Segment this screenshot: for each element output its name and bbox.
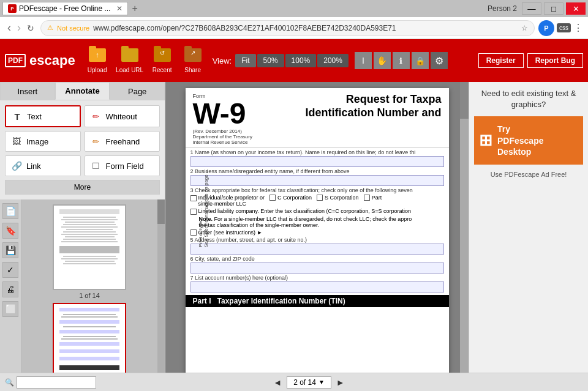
register-button[interactable]: Register	[478, 53, 524, 68]
tab-close-icon[interactable]: ✕	[116, 4, 123, 13]
side-icon-1[interactable]: 📄	[2, 203, 18, 219]
thumbnail-image-1	[53, 204, 126, 290]
url-bar[interactable]: ⚠ Not secure www.pdfescape.com/open/?C27…	[40, 20, 535, 36]
hand-tool-button[interactable]: ✋	[374, 52, 391, 69]
other-row: Other (see instructions) ►	[190, 229, 444, 236]
person-label: Person 2	[488, 4, 517, 13]
checkbox-llc	[190, 209, 197, 215]
bookmark-star-icon[interactable]: ☆	[521, 24, 528, 32]
freehand-tool-button[interactable]: ✏ Freehand	[85, 131, 160, 152]
logo-text: escape	[29, 53, 75, 69]
search-area: 🔍	[5, 376, 96, 389]
prev-page-button[interactable]: ◄	[273, 378, 282, 387]
link-tool-button[interactable]: 🔗 Link	[5, 155, 81, 176]
annotate-tools: T Text ✏ Whiteout 🖼 Image ✏ Freehand 🔗 L…	[0, 100, 165, 199]
zoom-100-button[interactable]: 100%	[285, 54, 317, 67]
side-icon-3[interactable]: 💾	[2, 242, 18, 258]
load-url-button[interactable]: Load URL	[115, 48, 145, 73]
field3-section: 3 Check appropriate box for federal tax …	[186, 186, 449, 236]
thumbnail-scrollbar[interactable]	[157, 199, 165, 373]
new-tab-button[interactable]: +	[132, 3, 137, 14]
pdf-scrollbar[interactable]	[460, 82, 469, 373]
title-bar-left: P PDFescape - Free Online ... ✕ +	[2, 2, 138, 15]
pdf-logo-icon: PDF	[5, 54, 26, 67]
text-tool-button[interactable]: T Text	[5, 105, 81, 127]
field1-input	[190, 156, 444, 167]
form-dept: Department of the Treasury	[193, 134, 252, 140]
maximize-button[interactable]: □	[544, 2, 564, 15]
side-icon-6[interactable]: ⬜	[2, 301, 18, 317]
whiteout-tool-button[interactable]: ✏ Whiteout	[85, 105, 160, 127]
try-desktop-label: Try PDFescape Desktop	[497, 124, 543, 157]
thumbnail-page-2[interactable]	[53, 303, 126, 373]
page-indicator-text: 2 of 14	[293, 378, 316, 387]
recent-button[interactable]: ↺ Recent	[149, 48, 176, 73]
pdf-scroll-area[interactable]: Print or type See Specific Instructions …	[165, 82, 469, 373]
recent-icon: ↺	[153, 48, 172, 65]
report-bug-button[interactable]: Report Bug	[527, 53, 583, 68]
fit-button[interactable]: Fit	[235, 54, 255, 67]
field2-input	[190, 175, 444, 186]
view-label: View:	[213, 56, 232, 65]
zoom-200-button[interactable]: 200%	[317, 54, 349, 67]
tab-title: PDFescape - Free Online ...	[19, 4, 110, 13]
whiteout-tool-icon: ✏	[90, 110, 102, 122]
try-desktop-button[interactable]: ⊞ Try PDFescape Desktop	[474, 116, 583, 165]
checkbox-c-corp-label: C Corporation	[277, 195, 312, 201]
field7-input	[190, 281, 444, 292]
close-button[interactable]: ✕	[566, 2, 586, 15]
cursor-tool-button[interactable]: I	[355, 52, 372, 69]
share-button[interactable]: ↗ Share	[179, 48, 206, 73]
reload-button[interactable]: ↻	[24, 22, 37, 34]
settings-button[interactable]: ⚙	[431, 52, 448, 69]
pdf-scrollbar-thumb[interactable]	[460, 82, 469, 119]
thumbnail-page-1[interactable]: 1 of 14	[53, 204, 126, 299]
lock-button[interactable]: 🔒	[412, 52, 429, 69]
image-tool-button[interactable]: 🖼 Image	[5, 131, 81, 152]
field2-section: 2 Business name/disregarded entity name,…	[186, 167, 449, 186]
back-button[interactable]: ‹	[5, 20, 13, 35]
field3-label: 3 Check appropriate box for federal tax …	[190, 187, 444, 193]
more-button[interactable]: More	[5, 180, 160, 195]
text-tool-icon: T	[11, 110, 23, 122]
info-button[interactable]: ℹ	[393, 52, 410, 69]
css-extension-badge[interactable]: css	[557, 23, 571, 32]
side-icon-panel: 📄 🔖 💾 ✓ 🖨 ⬜	[0, 199, 21, 373]
right-ad-panel: Need to edit existing text & graphics? ⊞…	[469, 82, 588, 373]
pdf-viewer[interactable]: Print or type See Specific Instructions …	[165, 82, 469, 373]
form-field-tool-button[interactable]: ☐ Form Field	[85, 155, 160, 176]
app-toolbar: PDF escape ↑ Upload Load URL ↺ Recent	[0, 39, 588, 82]
side-icon-4[interactable]: ✓	[2, 262, 18, 278]
security-warning: ⚠	[47, 24, 53, 32]
browser-menu-button[interactable]: ⋮	[573, 22, 583, 34]
part1-header: Part I Taxpayer Identification Number (T…	[186, 295, 449, 307]
annotate-tab[interactable]: Annotate	[55, 82, 110, 100]
field5-input	[190, 244, 444, 255]
left-side-panel: Insert Annotate Page T Text ✏ Whiteout 🖼…	[0, 82, 165, 373]
insert-tab[interactable]: Insert	[0, 82, 55, 100]
forward-button[interactable]: ›	[15, 20, 23, 35]
page-tab[interactable]: Page	[110, 82, 165, 100]
ad-heading: Need to edit existing text & graphics?	[474, 88, 583, 110]
side-icon-5[interactable]: 🖨	[2, 281, 18, 297]
share-icon: ↗	[183, 48, 203, 65]
field1-section: 1 Name (as shown on your income tax retu…	[186, 148, 449, 167]
checkbox-row: Individual/sole proprietor orsingle-memb…	[190, 195, 444, 207]
url-text: www.pdfescape.com/open/?C27B608AB293C4E2…	[93, 24, 518, 32]
upload-button[interactable]: ↑ Upload	[84, 48, 111, 73]
bottom-nav: 🔍 ◄ 2 of 14 ▼ ►	[0, 373, 588, 391]
profile-button[interactable]: P	[538, 20, 554, 36]
ad-free-label: Use PDFescape Ad Free!	[474, 171, 583, 178]
form-field-tool-icon: ☐	[90, 160, 102, 172]
form-title2: Identification Number and	[257, 106, 442, 120]
next-page-button[interactable]: ►	[336, 378, 345, 387]
side-icon-2[interactable]: 🔖	[2, 223, 18, 239]
field7-section: 7 List account number(s) here (optional)	[186, 274, 449, 295]
minimize-button[interactable]: —	[522, 2, 541, 15]
zoom-50-button[interactable]: 50%	[257, 54, 284, 67]
field2-label: 2 Business name/disregarded entity name,…	[190, 168, 444, 174]
page-dropdown-button[interactable]: ▼	[318, 379, 325, 385]
thumbnail-scrollbar-thumb[interactable]	[157, 199, 165, 224]
thumbnail-strip: 1 of 14	[21, 199, 157, 373]
search-input[interactable]	[17, 376, 96, 389]
